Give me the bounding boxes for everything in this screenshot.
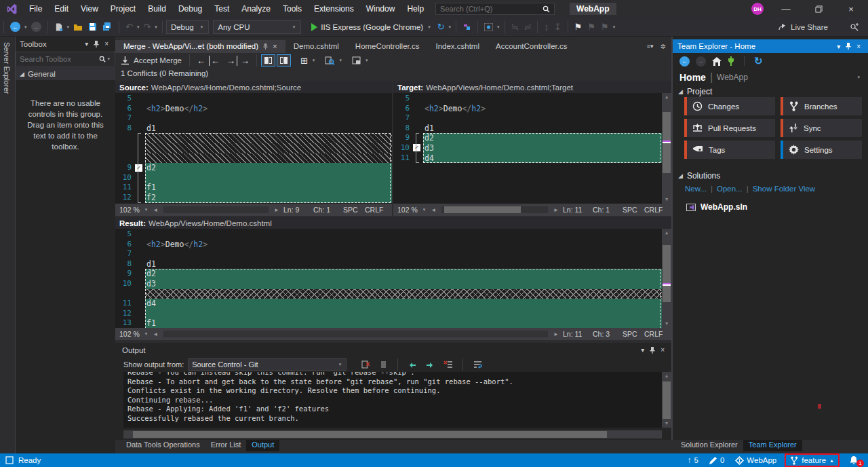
code-line[interactable]: 9d2 — [115, 269, 662, 279]
code-line[interactable]: 7 — [393, 113, 662, 124]
output-source-dropdown[interactable]: Source Control - Git▾ — [188, 358, 347, 371]
output-horizontal-scrollbar[interactable] — [123, 430, 662, 438]
menu-window[interactable]: Window — [360, 4, 401, 14]
doc-tab[interactable]: Index.cshtml — [427, 40, 488, 53]
open-folder-icon[interactable] — [71, 23, 85, 31]
crumb-home[interactable]: Home — [679, 72, 706, 83]
clear-with-x-icon[interactable] — [359, 360, 373, 369]
code-line[interactable]: 9d2 — [393, 133, 662, 143]
panel-tab-solution-explorer[interactable]: Solution Explorer — [675, 440, 743, 451]
layout-icon[interactable]: ⊞ — [297, 56, 311, 66]
team-explorer-breadcrumb[interactable]: Home | WebApp ▾ — [673, 69, 868, 86]
tile-changes[interactable]: Changes — [684, 97, 775, 115]
menu-view[interactable]: View — [75, 4, 104, 14]
side-by-side-view-toggle[interactable] — [277, 54, 291, 67]
target-h-scrollbar[interactable] — [441, 206, 548, 213]
menu-build[interactable]: Build — [142, 4, 172, 14]
code-line[interactable] — [115, 153, 392, 164]
close-icon[interactable]: × — [102, 40, 111, 48]
file-options-icon[interactable] — [349, 56, 364, 64]
panel-tab-error-list[interactable]: Error List — [205, 440, 247, 451]
menu-debug[interactable]: Debug — [172, 4, 208, 14]
team-explorer-title-bar[interactable]: Team Explorer - Home ▾ × — [673, 39, 868, 53]
code-line[interactable]: 5 — [115, 229, 662, 240]
code-line[interactable]: 5 — [393, 94, 662, 104]
minimize-button[interactable]: — — [776, 4, 796, 14]
doc-tab[interactable]: HomeController.cs — [347, 40, 428, 53]
toolbox-search-box[interactable]: ▾ — [16, 52, 115, 67]
live-share-button[interactable]: Live Share — [778, 22, 868, 31]
code-line[interactable]: 11d4 — [115, 299, 662, 309]
save-icon[interactable] — [85, 22, 100, 31]
code-line[interactable]: 9✓d2 — [115, 163, 392, 173]
menu-extensions[interactable]: Extensions — [308, 4, 360, 14]
start-debugging-button[interactable]: IIS Express (Google Chrome)▾ — [308, 23, 434, 31]
pin-icon[interactable] — [843, 43, 854, 50]
tile-tags[interactable]: Tags — [684, 141, 775, 159]
code-line[interactable]: 10 — [115, 173, 392, 183]
project-section-header[interactable]: ◢ Project — [673, 87, 712, 96]
configuration-dropdown[interactable]: Debug▾ — [166, 20, 209, 34]
code-line[interactable] — [115, 289, 662, 299]
pending-changes[interactable]: 0 — [707, 456, 727, 464]
doc-tab[interactable]: Merge - WebApp/Vi...et (both modified)× — [115, 40, 285, 53]
window-position-icon[interactable]: ▾ — [638, 346, 647, 354]
include-change-checkbox[interactable]: ✓ — [135, 164, 142, 172]
undo-icon[interactable]: ↶ — [123, 22, 136, 32]
solutions-section-header[interactable]: ◢ Solutions — [678, 171, 863, 181]
tile-pull-requests[interactable]: Pull Requests — [684, 119, 775, 137]
connect-icon[interactable] — [728, 56, 734, 66]
menu-tools[interactable]: Tools — [277, 4, 308, 14]
menu-analyze[interactable]: Analyze — [235, 4, 277, 14]
menu-file[interactable]: File — [23, 4, 48, 14]
pin-icon[interactable] — [263, 43, 268, 50]
code-line[interactable]: 8d1 — [115, 124, 392, 134]
server-explorer-vertical-tab[interactable]: Server Explorer — [3, 42, 11, 94]
code-line[interactable]: 8d1 — [115, 259, 662, 269]
clear-all-icon[interactable] — [441, 360, 455, 369]
accept-merge-button[interactable]: Accept Merge — [130, 56, 186, 64]
output-vertical-scrollbar[interactable]: ▲ ▼ — [662, 372, 671, 428]
preview-icon[interactable] — [481, 23, 496, 31]
source-h-scrollbar[interactable] — [163, 206, 269, 213]
zoom-level[interactable]: 102 % — [397, 206, 418, 214]
avatar[interactable]: DH — [751, 3, 764, 15]
code-line[interactable]: 11d4 — [393, 153, 662, 164]
redo-icon[interactable]: ↷ — [140, 22, 153, 32]
menu-project[interactable]: Project — [104, 4, 142, 14]
close-icon[interactable]: × — [854, 43, 863, 50]
code-line[interactable] — [115, 143, 392, 153]
solutions-link-showfolderview[interactable]: Show Folder View — [753, 185, 815, 193]
pin-icon[interactable] — [91, 41, 102, 48]
refresh-icon[interactable]: ↻ — [435, 22, 448, 32]
code-line[interactable]: 8d1 — [393, 124, 662, 134]
solutions-link-new[interactable]: New... — [685, 185, 707, 193]
pin-icon[interactable] — [647, 347, 658, 354]
first-conflict-icon[interactable]: ← — [209, 56, 223, 66]
include-change-checkbox[interactable]: ✓ — [413, 144, 420, 151]
result-editor[interactable]: 56<h2>Demo</h2>78d19d210d311d41213f114f2… — [115, 229, 671, 328]
code-line[interactable]: 6<h2>Demo</h2> — [115, 240, 662, 250]
code-line[interactable]: 10✓d3 — [393, 143, 662, 153]
code-line[interactable] — [115, 133, 392, 143]
code-line[interactable]: 7 — [115, 113, 392, 124]
code-line[interactable]: 7 — [115, 249, 662, 259]
window-position-icon[interactable]: ▾ — [82, 40, 91, 48]
tile-branches[interactable]: Branches — [781, 97, 862, 115]
code-line[interactable]: 10d3 — [115, 279, 662, 289]
feedback-icon[interactable] — [850, 23, 859, 31]
next-conflict-icon[interactable]: → — [237, 56, 253, 66]
two-way-view-toggle[interactable] — [261, 54, 275, 67]
target-editor[interactable]: 56<h2>Demo</h2>78d19d210✓d311d4 ▲▼ — [393, 93, 671, 204]
toolbox-search-input[interactable] — [20, 55, 99, 63]
forward-icon[interactable]: → — [696, 56, 706, 67]
doc-tab[interactable]: AccountController.cs — [488, 40, 575, 53]
close-button[interactable]: × — [841, 4, 861, 14]
word-wrap-icon[interactable] — [471, 360, 485, 369]
result-vertical-scrollbar[interactable]: ▲▼ — [662, 229, 671, 328]
target-vertical-scrollbar[interactable]: ▲▼ — [662, 93, 671, 204]
result-h-scrollbar[interactable] — [163, 331, 548, 337]
save-all-icon[interactable] — [100, 22, 115, 31]
menu-edit[interactable]: Edit — [48, 4, 75, 14]
active-files-dropdown-icon[interactable]: ≡▾ — [647, 43, 654, 50]
